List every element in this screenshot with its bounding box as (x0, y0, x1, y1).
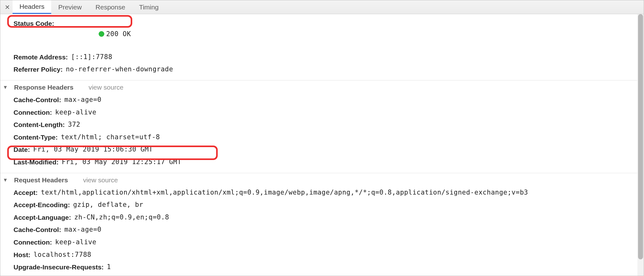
host-value: localhost:7788 (34, 250, 91, 260)
tab-headers[interactable]: Headers (13, 0, 51, 14)
row-content-type: Content-Type: text/html; charset=utf-8 (0, 131, 644, 144)
tab-response[interactable]: Response (89, 0, 132, 14)
cache-control-value: max-age=0 (64, 95, 101, 105)
status-code-text: 200 OK (106, 30, 131, 38)
last-modified-value: Fri, 03 May 2019 12:25:17 GMT (62, 157, 181, 168)
cache-control-label: Cache-Control: (14, 95, 61, 105)
uir-value: 1 (107, 262, 111, 273)
row-accept-encoding: Accept-Encoding: gzip, deflate, br (0, 199, 644, 211)
accept-encoding-value: gzip, deflate, br (73, 200, 143, 210)
row-content-length: Content-Length: 372 (0, 119, 644, 131)
triangle-down-icon: ▼ (3, 85, 8, 90)
content-length-value: 372 (68, 119, 80, 130)
view-source-link[interactable]: view source (83, 176, 118, 184)
triangle-down-icon: ▼ (3, 177, 8, 183)
close-icon[interactable]: ✕ (2, 3, 13, 11)
row-upgrade-insecure-requests: Upgrade-Insecure-Requests: 1 (0, 261, 644, 273)
remote-address-label: Remote Address: (14, 52, 68, 63)
remote-address-value: [::1]:7788 (71, 52, 112, 63)
row-cache-control: Cache-Control: max-age=0 (0, 94, 644, 106)
referrer-policy-label: Referrer Policy: (14, 64, 63, 75)
row-status-code: Status Code: 200 OK (14, 17, 644, 51)
last-modified-label: Last-Modified: (14, 157, 58, 168)
row-connection: Connection: keep-alive (0, 106, 644, 119)
cache-control-req-value: max-age=0 (64, 224, 101, 235)
scrollbar-thumb[interactable] (638, 14, 643, 259)
row-host: Host: localhost:7788 (0, 249, 644, 261)
connection-label: Connection: (14, 107, 52, 118)
content-type-value: text/html; charset=utf-8 (61, 132, 160, 143)
host-label: Host: (14, 250, 30, 260)
referrer-policy-value: no-referrer-when-downgrade (66, 64, 173, 75)
request-headers-section: ▼ Request Headers view source Accept: te… (0, 173, 644, 276)
content-type-label: Content-Type: (14, 132, 58, 143)
accept-encoding-label: Accept-Encoding: (14, 200, 70, 210)
devtools-headers-panel: ✕ Headers Preview Response Timing Status… (0, 0, 644, 276)
connection-req-value: keep-alive (55, 237, 96, 248)
row-date: Date: Fri, 03 May 2019 15:06:30 GMT (0, 143, 644, 156)
request-headers-toggle[interactable]: ▼ Request Headers view source (0, 176, 644, 184)
tab-preview[interactable]: Preview (51, 0, 89, 14)
accept-value: text/html,application/xhtml+xml,applicat… (41, 187, 528, 198)
uir-label: Upgrade-Insecure-Requests: (14, 262, 104, 273)
connection-value: keep-alive (55, 107, 96, 118)
status-code-label: Status Code: (14, 18, 54, 50)
request-headers-title: Request Headers (14, 176, 68, 184)
accept-language-value: zh-CN,zh;q=0.9,en;q=0.8 (74, 212, 169, 223)
row-referrer-policy: Referrer Policy: no-referrer-when-downgr… (14, 63, 644, 76)
row-connection-req: Connection: keep-alive (0, 236, 644, 249)
response-headers-section: ▼ Response Headers view source Cache-Con… (0, 80, 644, 173)
date-value: Fri, 03 May 2019 15:06:30 GMT (33, 144, 153, 155)
response-headers-title: Response Headers (14, 84, 74, 91)
cache-control-req-label: Cache-Control: (14, 224, 61, 235)
response-headers-toggle[interactable]: ▼ Response Headers view source (0, 84, 644, 91)
status-dot-icon (99, 31, 104, 37)
accept-language-label: Accept-Language: (14, 212, 71, 223)
row-accept: Accept: text/html,application/xhtml+xml,… (0, 186, 644, 199)
date-label: Date: (14, 144, 30, 155)
accept-label: Accept: (14, 187, 38, 198)
row-last-modified: Last-Modified: Fri, 03 May 2019 12:25:17… (0, 156, 644, 168)
general-block: Status Code: 200 OK Remote Address: [::1… (0, 14, 644, 80)
connection-req-label: Connection: (14, 237, 52, 248)
view-source-link[interactable]: view source (89, 84, 123, 91)
status-code-value: 200 OK (57, 18, 131, 50)
row-remote-address: Remote Address: [::1]:7788 (14, 51, 644, 63)
tab-timing[interactable]: Timing (132, 0, 166, 14)
row-cache-control-req: Cache-Control: max-age=0 (0, 224, 644, 236)
headers-content: Status Code: 200 OK Remote Address: [::1… (0, 14, 644, 276)
tab-bar: ✕ Headers Preview Response Timing (0, 0, 644, 14)
row-accept-language: Accept-Language: zh-CN,zh;q=0.9,en;q=0.8 (0, 211, 644, 224)
content-length-label: Content-Length: (14, 119, 65, 130)
